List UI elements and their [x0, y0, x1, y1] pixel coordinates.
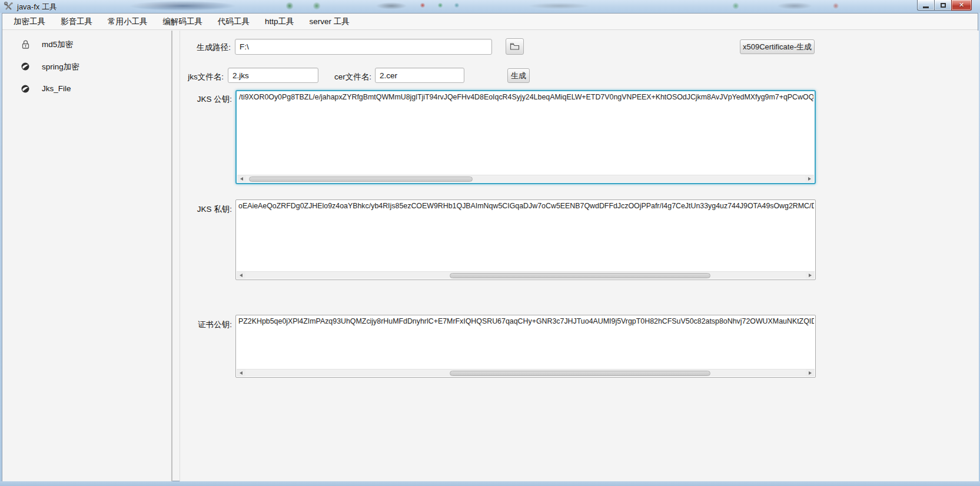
scroll-left-button[interactable] [237, 272, 245, 279]
browse-folder-button[interactable] [506, 38, 524, 55]
jks-public-key-label: JKS 公钥: [180, 94, 232, 105]
app-body: md5加密 spring加密 [2, 31, 978, 481]
menubar: 加密工具 影音工具 常用小工具 编解码工具 代码工具 http工具 server… [2, 14, 978, 30]
window-title: java-fx 工具 [17, 2, 57, 12]
client-area: 加密工具 影音工具 常用小工具 编解码工具 代码工具 http工具 server… [2, 13, 978, 481]
cert-public-key-hscrollbar [237, 369, 815, 377]
scrollbar-thumb[interactable] [249, 177, 473, 182]
scroll-left-icon [240, 371, 242, 375]
menu-code-tools[interactable]: 代码工具 [210, 16, 257, 27]
sidebar-item-label: spring加密 [42, 62, 79, 72]
minimize-icon [923, 6, 929, 8]
scroll-left-icon [240, 274, 242, 277]
x509-generate-button[interactable]: x509Certificate-生成 [740, 39, 815, 54]
menu-codec-tools[interactable]: 编解码工具 [155, 16, 211, 27]
jks-filename-label: jks文件名: [180, 72, 224, 82]
cert-public-key-text: PZ2KHpb5qe0jXPl4ZImPAzq93UhQMZcijy8rHuMF… [238, 317, 814, 328]
lock-icon [21, 39, 31, 49]
scroll-left-icon [240, 177, 243, 181]
scroll-right-button[interactable] [805, 175, 814, 182]
scroll-right-button[interactable] [806, 272, 815, 279]
content-panel: 生成路径: x509Certificate-生成 jks文件名: cer文件名: [180, 31, 979, 481]
menu-encrypt-tools[interactable]: 加密工具 [6, 16, 53, 27]
sidebar: md5加密 spring加密 [2, 31, 171, 481]
scrollbar-track[interactable] [245, 272, 806, 279]
scroll-left-button[interactable] [237, 175, 246, 182]
maximize-button[interactable] [934, 0, 951, 11]
sidebar-item-label: md5加密 [42, 39, 73, 50]
spring-icon [21, 84, 31, 94]
jks-private-key-textarea[interactable]: oEAieAeQoZRFDg0ZJHElo9z4oaYBhkc/yb4RIjs8… [235, 199, 816, 280]
scroll-right-icon [808, 177, 811, 181]
menu-common-tools[interactable]: 常用小工具 [100, 16, 155, 27]
scroll-right-icon [809, 371, 812, 375]
minimize-button[interactable] [917, 0, 934, 11]
scroll-right-button[interactable] [806, 370, 815, 377]
scrollbar-track[interactable] [246, 175, 805, 182]
sidebar-item-jks-file[interactable]: Jks_File [2, 81, 171, 99]
menu-media-tools[interactable]: 影音工具 [53, 16, 100, 27]
sidebar-item-spring[interactable]: spring加密 [2, 59, 171, 76]
close-button[interactable]: ✕ [951, 0, 972, 11]
menu-server-tools[interactable]: server 工具 [302, 16, 357, 27]
jks-public-key-text: /ti9XOR0Oy0Pg8TBZL/e/jahapxZYRfgBmtQWMmU… [239, 93, 813, 104]
spring-icon [21, 62, 31, 72]
scrollbar-track[interactable] [245, 370, 806, 377]
maximize-icon [941, 3, 946, 8]
jks-filename-input[interactable] [228, 68, 318, 83]
jks-private-key-label: JKS 私钥: [180, 204, 232, 215]
generate-button[interactable]: 生成 [507, 68, 530, 83]
scroll-right-icon [809, 274, 812, 277]
menu-http-tools[interactable]: http工具 [257, 16, 302, 27]
cert-public-key-label: 证书公钥: [180, 319, 232, 330]
sidebar-item-md5[interactable]: md5加密 [2, 36, 171, 54]
cer-filename-label: cer文件名: [328, 72, 371, 82]
scrollbar-thumb[interactable] [450, 371, 710, 376]
splitpane-divider[interactable] [171, 31, 172, 481]
path-input[interactable] [235, 39, 492, 55]
jks-private-key-text: oEAieAeQoZRFDg0ZJHElo9z4oaYBhkc/yb4RIjs8… [238, 202, 814, 212]
titlebar: java-fx 工具 ✕ [0, 0, 980, 13]
window-controls: ✕ [917, 0, 972, 11]
app-window: java-fx 工具 ✕ 加密工具 影音工具 常用小工具 编解码工具 代码工具 … [0, 0, 980, 486]
scrollbar-thumb[interactable] [450, 273, 710, 278]
jks-private-key-hscrollbar [237, 271, 815, 279]
window-bottom-frame [0, 481, 980, 486]
scroll-left-button[interactable] [237, 370, 245, 377]
jks-public-key-hscrollbar [237, 175, 814, 182]
cer-filename-input[interactable] [375, 68, 464, 83]
app-tools-icon [4, 2, 14, 11]
jks-public-key-textarea[interactable]: /ti9XOR0Oy0Pg8TBZL/e/jahapxZYRfgBmtQWMmU… [235, 90, 816, 184]
folder-icon [510, 42, 520, 51]
cert-public-key-textarea[interactable]: PZ2KHpb5qe0jXPl4ZImPAzq93UhQMZcijy8rHuMF… [235, 315, 816, 378]
path-label: 生成路径: [180, 42, 231, 53]
sidebar-item-label: Jks_File [42, 84, 71, 93]
